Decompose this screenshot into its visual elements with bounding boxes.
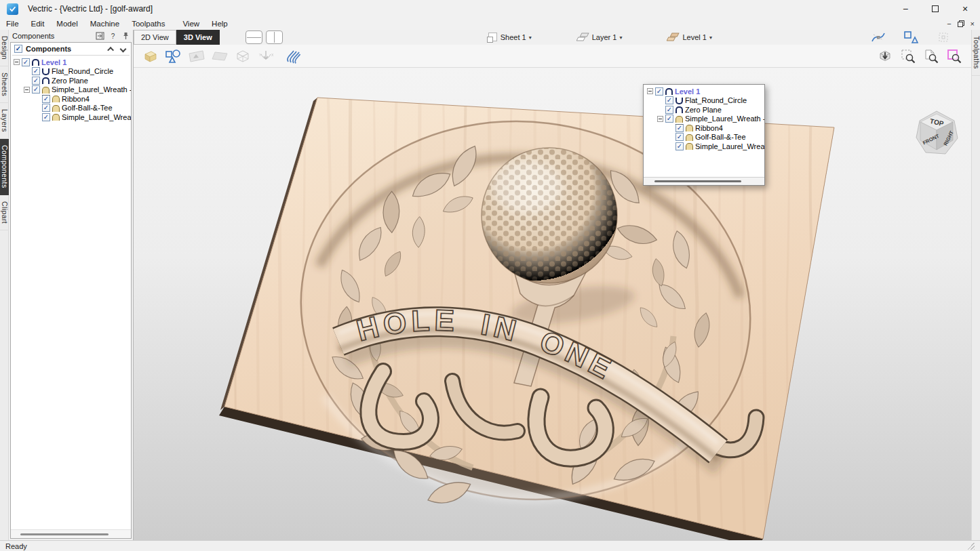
floating-panel-scrollbar[interactable] [644, 177, 764, 185]
tree-item[interactable]: ✓ Zero Plane [646, 105, 764, 115]
menu-toolpaths[interactable]: Toolpaths [125, 19, 171, 28]
mdi-close-button[interactable]: × [971, 20, 975, 27]
wrap-model-icon[interactable] [233, 47, 253, 66]
tree-checkbox[interactable]: ✓ [32, 67, 40, 75]
tree-item[interactable]: ✓ Simple_Laurel_Wreath - Gro [12, 85, 131, 95]
zoom-window-icon[interactable] [944, 47, 964, 66]
menu-help[interactable]: Help [205, 19, 234, 28]
tree-item[interactable]: ✓ Golf-Ball-&-Tee [646, 133, 764, 142]
floating-components-tree: ✓ Level 1 ✓ Flat_Round_Circle ✓ Zero Pla… [644, 85, 764, 177]
move-down-icon[interactable] [120, 45, 127, 52]
sidebar-tab-components[interactable]: Components [0, 139, 9, 195]
sidebar-tab-layers[interactable]: Layers [0, 103, 9, 139]
panel-caption-bar: Components ? [9, 30, 133, 42]
pin-icon[interactable] [121, 32, 130, 41]
grayscale-image-icon[interactable] [187, 47, 207, 66]
tree-checkbox[interactable]: ✓ [42, 113, 50, 121]
move-up-icon[interactable] [107, 46, 114, 53]
tree-item-label: Golf-Ball-&-Tee [62, 104, 113, 112]
node-edit-icon[interactable] [868, 28, 888, 47]
menu-view[interactable]: View [176, 19, 205, 28]
zoom-selection-icon[interactable] [898, 47, 918, 66]
view-orientation-cube[interactable]: TOP FRONT RIGHT [910, 107, 963, 160]
zoom-drawing-icon[interactable] [921, 47, 941, 66]
flat-plane-icon[interactable] [210, 47, 230, 66]
scrollbar-thumb[interactable] [20, 533, 109, 535]
close-button[interactable]: × [950, 0, 980, 18]
menu-bar: File Edit Model Machine Toolpaths View H… [0, 18, 980, 30]
grid-snap-icon[interactable] [933, 28, 954, 47]
panel-help-icon[interactable]: ? [109, 32, 117, 41]
mdi-restore-button[interactable] [958, 20, 964, 27]
sidebar-tab-sheets[interactable]: Sheets [0, 66, 9, 103]
tree-item[interactable]: ✓ Simple_Laurel_Wreath - Gro [646, 115, 764, 124]
tree-item[interactable]: ✓ Flat_Round_Circle [12, 67, 131, 77]
sheet-dropdown[interactable]: Sheet 1 ▾ [486, 32, 532, 43]
tree-checkbox[interactable]: ✓ [675, 124, 684, 132]
tree-item[interactable]: ✓ Golf-Ball-&-Tee [12, 104, 131, 113]
menu-model[interactable]: Model [50, 19, 83, 28]
3d-viewport[interactable]: HOLE IN ONE ✓ Level 1 ✓ Flat_Round_Circl… [134, 68, 971, 540]
mdi-minimize-button[interactable]: − [947, 20, 951, 27]
tree-checkbox[interactable]: ✓ [42, 104, 50, 112]
tree-expander-icon[interactable] [24, 87, 30, 93]
material-block-icon[interactable] [140, 47, 161, 66]
transform-selection-icon[interactable] [901, 28, 921, 47]
tree-checkbox[interactable]: ✓ [32, 77, 40, 85]
sidebar-tab-toolpaths[interactable]: Toolpaths [972, 30, 980, 76]
tree-checkbox[interactable]: ✓ [32, 85, 40, 94]
tree-checkbox[interactable]: ✓ [42, 95, 50, 103]
resize-grip[interactable] [967, 542, 975, 550]
tree-checkbox[interactable]: ✓ [22, 58, 30, 66]
tab-2d-view[interactable]: 2D View [134, 30, 176, 45]
sidebar-tab-clipart[interactable]: Clipart [0, 195, 9, 230]
tree-checkbox[interactable]: ✓ [665, 106, 673, 114]
tab-3d-view[interactable]: 3D View [176, 30, 220, 45]
tree-item[interactable]: ✓ Simple_Laurel_Wreath [646, 142, 764, 151]
tree-item[interactable]: ✓ Flat_Round_Circle [646, 96, 764, 106]
menu-edit[interactable]: Edit [25, 19, 51, 28]
components-header-label: Components [26, 45, 71, 53]
scrollbar-thumb[interactable] [654, 180, 741, 182]
auto-hide-icon[interactable] [96, 32, 104, 41]
tree-item[interactable]: ✓ Simple_Laurel_Wreath [12, 113, 131, 122]
draw-vectors-icon[interactable] [163, 47, 184, 66]
tree-checkbox[interactable]: ✓ [675, 142, 684, 150]
view-area: 2D View 3D View Sheet 1 ▾ Layer 1 ▾ [134, 30, 971, 540]
view-down-z-icon[interactable] [875, 47, 895, 66]
tree-item[interactable]: ✓ Ribbon4 [12, 94, 131, 104]
tree-expander-icon[interactable] [14, 59, 20, 65]
menu-file[interactable]: File [0, 19, 25, 28]
window-title: Vectric - {Vectric Ltd} - [golf-award] [28, 4, 153, 14]
tree-expander-icon[interactable] [657, 116, 663, 122]
tree-checkbox[interactable]: ✓ [665, 115, 673, 123]
component-icon [665, 88, 673, 95]
tree-item-label: Level 1 [41, 58, 66, 66]
maximize-button[interactable] [920, 0, 950, 18]
tree-expander-icon[interactable] [647, 88, 653, 94]
sidebar-horizontal-scrollbar[interactable] [11, 529, 131, 538]
tree-item-label: Zero Plane [685, 106, 722, 114]
tree-item[interactable]: ✓ Zero Plane [12, 76, 131, 85]
divider [12, 55, 130, 56]
layer-dropdown[interactable]: Layer 1 ▾ [576, 32, 623, 43]
tree-checkbox[interactable]: ✓ [665, 96, 673, 104]
set-origin-icon[interactable]: YX [256, 47, 276, 66]
component-icon [675, 106, 683, 113]
components-master-checkbox[interactable]: ✓ [14, 45, 22, 53]
tree-item[interactable]: ✓ Level 1 [12, 58, 131, 67]
tree-item[interactable]: ✓ Level 1 [646, 87, 764, 96]
tree-checkbox[interactable]: ✓ [655, 87, 663, 96]
minimize-button[interactable]: − [890, 0, 920, 18]
level-dropdown[interactable]: Level 1 ▾ [667, 32, 712, 43]
split-vertical-icon[interactable] [266, 30, 283, 44]
tree-item-label: Zero Plane [52, 77, 88, 85]
sidebar-tab-design[interactable]: Design [0, 30, 9, 66]
tree-checkbox[interactable]: ✓ [675, 133, 684, 141]
menu-machine[interactable]: Machine [84, 19, 125, 28]
toolpath-drag-icon[interactable] [283, 47, 303, 66]
tree-item[interactable]: ✓ Ribbon4 [646, 123, 764, 133]
split-horizontal-icon[interactable] [246, 30, 262, 44]
left-tab-strip: Design Sheets Layers Components Clipart [0, 30, 9, 540]
tree-item-label: Flat_Round_Circle [685, 96, 747, 104]
